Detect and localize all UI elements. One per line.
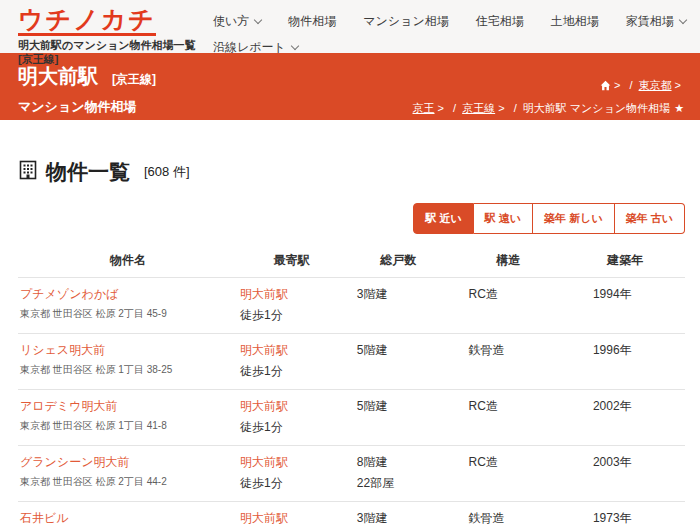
property-link[interactable]: リシェス明大前 (20, 342, 105, 359)
nav-item-label: 住宅相場 (476, 13, 524, 30)
building-icon (18, 160, 38, 184)
station-link[interactable]: 明大前駅 (240, 510, 288, 527)
chevron-down-icon (678, 16, 686, 24)
nav-item-yachin-souba[interactable]: 家賃相場 (626, 13, 686, 30)
chevron-down-icon (291, 42, 299, 50)
station-link[interactable]: 明大前駅 (240, 286, 288, 303)
sort-button-group: 駅 近い 駅 遠い 築年 新しい 築年 古い (413, 203, 685, 234)
built-year: 1994年 (565, 278, 685, 334)
walk-time: 徒歩1分 (240, 307, 343, 324)
floors: 5階建 (357, 342, 450, 359)
nav-item-howto[interactable]: 使い方 (213, 13, 261, 30)
breadcrumb-separator: > (675, 79, 681, 91)
site-header: ウチノカチ 明大前駅のマンション物件相場一覧[京王線] 使い方 物件相場 マンシ… (0, 0, 700, 53)
sort-station-near-button[interactable]: 駅 近い (413, 203, 473, 234)
structure: 鉄骨造 (452, 334, 565, 390)
breadcrumb-separator: > (498, 102, 504, 114)
property-address: 東京都 世田谷区 松原 2丁目 44-2 (20, 475, 236, 489)
station-link[interactable]: 明大前駅 (240, 398, 288, 415)
nav-item-label: 使い方 (213, 13, 249, 30)
nav-item-label: 家賃相場 (626, 13, 674, 30)
col-header-name: 物件名 (18, 248, 238, 278)
table-row: プチメゾンわかば東京都 世田谷区 松原 2丁目 45-9 明大前駅徒歩1分 3階… (18, 278, 685, 334)
table-row: アロデミウ明大前東京都 世田谷区 松原 1丁目 41-8 明大前駅徒歩1分 5階… (18, 390, 685, 446)
star-icon: ★ (674, 102, 684, 114)
property-link[interactable]: アロデミウ明大前 (20, 398, 117, 415)
home-icon (600, 77, 611, 98)
structure: RC造 (452, 390, 565, 446)
main-content: 物件一覧 [608 件] 駅 近い 駅 遠い 築年 新しい 築年 古い 物件名 … (0, 120, 700, 531)
chevron-down-icon (254, 16, 262, 24)
breadcrumb-separator: > (438, 102, 444, 114)
walk-time: 徒歩1分 (240, 419, 343, 436)
table-row: グランシーン明大前東京都 世田谷区 松原 2丁目 44-2 明大前駅徒歩1分 8… (18, 446, 685, 502)
breadcrumb-separator: / (514, 102, 517, 114)
nav-item-label: 沿線レポート (213, 39, 286, 56)
nav-item-label: 物件相場 (288, 13, 336, 30)
list-title-row: 物件一覧 [608 件] (18, 120, 685, 186)
hero-subtitle: マンション物件相場 (18, 98, 156, 116)
built-year: 1973年 (565, 502, 685, 531)
breadcrumb-current: 明大前駅 マンション物件相場 (523, 102, 670, 114)
property-link[interactable]: グランシーン明大前 (20, 454, 129, 471)
table-header-row: 物件名 最寄駅 総戸数 構造 建築年 (18, 248, 685, 278)
built-year: 2002年 (565, 390, 685, 446)
breadcrumb-separator: / (629, 79, 632, 91)
table-row: 石井ビル東京都 世田谷区 松原 1丁目 37-21 明大前駅徒歩1分 3階建 鉄… (18, 502, 685, 531)
line-label: [京王線] (112, 71, 156, 88)
floors: 8階建 (357, 454, 450, 471)
nav-row-2: 沿線レポート (213, 39, 700, 56)
built-year: 1996年 (565, 334, 685, 390)
unit-count: 22部屋 (357, 475, 450, 492)
breadcrumb-home-link[interactable] (600, 79, 611, 91)
brand-block: ウチノカチ 明大前駅のマンション物件相場一覧[京王線] (18, 6, 213, 67)
col-header-year: 建築年 (565, 248, 685, 278)
station-link[interactable]: 明大前駅 (240, 342, 288, 359)
list-title: 物件一覧 (46, 158, 130, 186)
sort-station-far-button[interactable]: 駅 遠い (474, 203, 533, 234)
sort-year-newer-button[interactable]: 築年 新しい (533, 203, 615, 234)
col-header-station: 最寄駅 (238, 248, 345, 278)
list-count: [608 件] (144, 163, 190, 181)
floors: 3階建 (357, 286, 450, 303)
breadcrumb-separator: > (614, 79, 620, 91)
nav-item-mansion-souba[interactable]: マンション相場 (363, 13, 448, 30)
floors: 5階建 (357, 398, 450, 415)
station-link[interactable]: 明大前駅 (240, 454, 288, 471)
property-link[interactable]: 石井ビル (20, 510, 69, 527)
nav-row-1: 使い方 物件相場 マンション相場 住宅相場 土地相場 家賃相場 その他 (213, 13, 700, 30)
nav-item-label: 土地相場 (551, 13, 599, 30)
nav-item-label: マンション相場 (363, 13, 448, 30)
nav-item-bukken-souba[interactable]: 物件相場 (288, 13, 336, 30)
sort-year-older-button[interactable]: 築年 古い (615, 203, 685, 234)
structure: 鉄骨造 (452, 502, 565, 531)
breadcrumb-keio-line-link[interactable]: 京王線 (462, 102, 495, 114)
structure: RC造 (452, 446, 565, 502)
main-nav: 使い方 物件相場 マンション相場 住宅相場 土地相場 家賃相場 その他 沿線レポ… (213, 6, 700, 65)
table-row: リシェス明大前東京都 世田谷区 松原 1丁目 38-25 明大前駅徒歩1分 5階… (18, 334, 685, 390)
site-logo[interactable]: ウチノカチ (18, 6, 156, 36)
structure: RC造 (452, 278, 565, 334)
property-link[interactable]: プチメゾンわかば (20, 286, 118, 303)
property-address: 東京都 世田谷区 松原 1丁目 38-25 (20, 363, 236, 377)
walk-time: 徒歩1分 (240, 363, 343, 380)
station-title: 明大前駅 (18, 63, 98, 90)
floors: 3階建 (357, 510, 450, 527)
sort-row: 駅 近い 駅 遠い 築年 新しい 築年 古い (18, 203, 685, 234)
property-address: 東京都 世田谷区 松原 1丁目 41-8 (20, 419, 236, 433)
walk-time: 徒歩1分 (240, 475, 343, 492)
col-header-units: 総戸数 (345, 248, 452, 278)
breadcrumb-separator: / (453, 102, 456, 114)
built-year: 2003年 (565, 446, 685, 502)
hero-title-block: 明大前駅 [京王線] マンション物件相場 (18, 63, 156, 108)
property-table: 物件名 最寄駅 総戸数 構造 建築年 プチメゾンわかば東京都 世田谷区 松原 2… (18, 248, 685, 531)
nav-item-ensen-report[interactable]: 沿線レポート (213, 39, 298, 56)
breadcrumb-tokyo-link[interactable]: 東京都 (639, 79, 672, 91)
breadcrumb: > / 東京都> 京王> / 京王線> / 明大前駅 マンション物件相場★ (413, 63, 684, 108)
property-address: 東京都 世田谷区 松原 2丁目 45-9 (20, 307, 236, 321)
breadcrumb-keio-link[interactable]: 京王 (413, 102, 435, 114)
nav-item-jutaku-souba[interactable]: 住宅相場 (476, 13, 524, 30)
nav-item-tochi-souba[interactable]: 土地相場 (551, 13, 599, 30)
col-header-structure: 構造 (452, 248, 565, 278)
